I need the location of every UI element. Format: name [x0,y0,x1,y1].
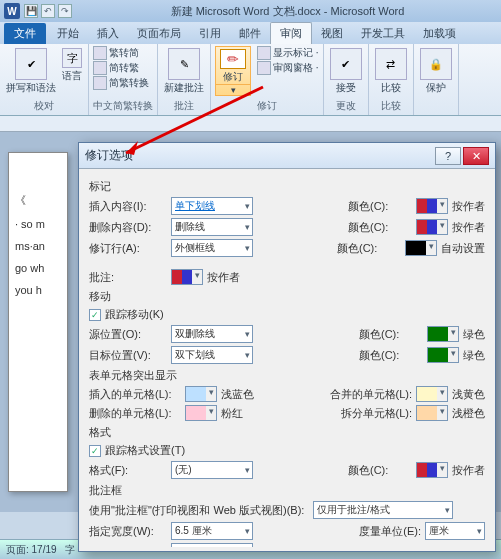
ruler [0,116,501,132]
window-title: 新建 Microsoft Word 文档.docx - Microsoft Wo… [78,4,497,19]
group-comments: ✎新建批注 批注 [158,44,211,115]
section-move: 移动 [89,289,485,304]
redo-icon[interactable]: ↷ [58,4,72,18]
close-button[interactable]: ✕ [463,147,489,165]
convert-icon [93,76,107,90]
tab-references[interactable]: 引用 [190,23,230,44]
word-logo: W [4,3,20,19]
track-dropdown[interactable]: ▾ [216,84,250,95]
tab-file[interactable]: 文件 [4,23,46,44]
group-proofing: ✔拼写和语法 字语言 校对 [0,44,89,115]
dialog-titlebar: 修订选项 ? ✕ [79,143,495,169]
track-options-dialog: 修订选项 ? ✕ 标记 插入内容(I): 单下划线 颜色(C):按作者 删除内容… [78,142,496,552]
protect-button[interactable]: 🔒保护 [418,46,454,97]
unit-combo[interactable]: 厘米 [425,522,485,540]
dest-color-combo[interactable] [427,347,459,363]
compare-icon: ⇄ [375,48,407,80]
dialog-body: 标记 插入内容(I): 单下划线 颜色(C):按作者 删除内容(D): 删除线 … [79,169,495,547]
trad-simp-icon [93,46,107,60]
title-bar: W 💾 ↶ ↷ 新建 Microsoft Word 文档.docx - Micr… [0,0,501,22]
section-table: 表单元格突出显示 [89,368,485,383]
track-icon: ✏ [220,49,246,69]
help-button[interactable]: ? [435,147,461,165]
section-markup: 标记 [89,179,485,194]
insert-style-combo[interactable]: 单下划线 [171,197,253,215]
new-comment-button[interactable]: ✎新建批注 [162,46,206,97]
delete-style-combo[interactable]: 删除线 [171,218,253,236]
changed-line-combo[interactable]: 外侧框线 [171,239,253,257]
simp-to-trad[interactable]: 简转繁 [93,61,149,75]
group-chinese: 繁转简 简转繁 简繁转换 中文简繁转换 [89,44,158,115]
section-format: 格式 [89,425,485,440]
balloon-use-combo[interactable]: 仅用于批注/格式 [313,501,453,519]
page: 《 · so m ms·an go wh you h [8,152,68,492]
trad-to-simp[interactable]: 繁转简 [93,46,149,60]
tab-home[interactable]: 开始 [48,23,88,44]
tbl-split-color[interactable] [416,405,448,421]
simp-trad-icon [93,61,107,75]
track-changes-button[interactable]: ✏ 修订 ▾ [215,46,251,96]
tbl-insert-color[interactable] [185,386,217,402]
save-icon[interactable]: 💾 [24,4,38,18]
dest-style-combo[interactable]: 双下划线 [171,346,253,364]
reviewing-pane[interactable]: 审阅窗格 · [257,61,319,75]
section-balloon: 批注框 [89,483,485,498]
ribbon-tabs: 文件 开始 插入 页面布局 引用 邮件 审阅 视图 开发工具 加载项 [0,22,501,44]
undo-icon[interactable]: ↶ [41,4,55,18]
group-compare: ⇄比较 比较 [369,44,414,115]
format-style-combo[interactable]: (无) [171,461,253,479]
tab-review[interactable]: 审阅 [270,22,312,44]
group-tracking: ✏ 修订 ▾ 显示标记 · 审阅窗格 · 修订 [211,44,324,115]
markup-icon [257,46,271,60]
track-format-checkbox[interactable]: ✓ [89,445,101,457]
track-move-checkbox[interactable]: ✓ [89,309,101,321]
tbl-delete-color[interactable] [185,405,217,421]
lock-icon: 🔒 [420,48,452,80]
changed-color-combo[interactable] [405,240,437,256]
language-button[interactable]: 字语言 [60,46,84,85]
comment-color-combo[interactable] [171,269,203,285]
accept-icon: ✔ [330,48,362,80]
group-changes: ✔接受 更改 [324,44,369,115]
width-spinner[interactable]: 6.5 厘米 [171,522,253,540]
pane-icon [257,61,271,75]
ribbon: ✔拼写和语法 字语言 校对 繁转简 简转繁 简繁转换 中文简繁转换 ✎新建批注 … [0,44,501,116]
language-icon: 字 [62,48,82,68]
show-markup[interactable]: 显示标记 · [257,46,319,60]
page-count: 页面: 17/19 [6,544,57,555]
tab-mailings[interactable]: 邮件 [230,23,270,44]
format-color-combo[interactable] [416,462,448,478]
quick-access-toolbar: 💾 ↶ ↷ [24,4,72,18]
group-protect: 🔒保护 [414,44,459,115]
tab-insert[interactable]: 插入 [88,23,128,44]
source-style-combo[interactable]: 双删除线 [171,325,253,343]
dialog-title: 修订选项 [85,147,133,164]
accept-button[interactable]: ✔接受 [328,46,364,97]
source-color-combo[interactable] [427,326,459,342]
tbl-merge-color[interactable] [416,386,448,402]
spellcheck-icon: ✔ [15,48,47,80]
tab-developer[interactable]: 开发工具 [352,23,414,44]
word-count: 字 [65,544,75,555]
tab-layout[interactable]: 页面布局 [128,23,190,44]
insert-color-combo[interactable] [416,198,448,214]
spellcheck-button[interactable]: ✔拼写和语法 [4,46,58,97]
comment-icon: ✎ [168,48,200,80]
simp-trad-convert[interactable]: 简繁转换 [93,76,149,90]
margin-combo[interactable]: 靠右 [171,543,253,547]
compare-button[interactable]: ⇄比较 [373,46,409,97]
tab-view[interactable]: 视图 [312,23,352,44]
tab-addins[interactable]: 加载项 [414,23,465,44]
delete-color-combo[interactable] [416,219,448,235]
